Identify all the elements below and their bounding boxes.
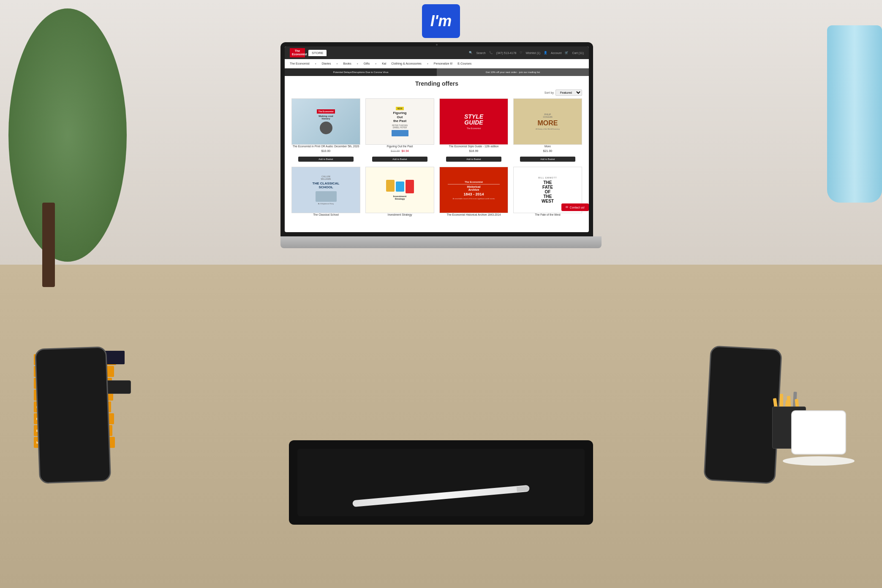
product-title-7: The Economist Historical Archive 1843-20… [439,213,508,217]
page-title: Trending offers [285,76,589,89]
product-card-3: STYLE GUIDE The Economist The Economist … [439,98,508,162]
sort-row: Sort by Featured [285,89,589,98]
contact-us-button[interactable]: ✉ Contact us! [561,203,589,211]
nav-the-economist[interactable]: The Economist [290,62,310,65]
product-title-1: The Economist in Print OR Audio: Decembe… [291,145,360,148]
coffee-mug [791,410,846,455]
sort-label: Sort by [544,91,554,94]
add-to-basket-4[interactable]: Add to Basket [520,157,575,162]
tablet-pad [289,440,593,525]
sort-dropdown[interactable]: Featured [555,89,582,96]
product-card-6: InvestmentStrategy Investment Strategy [365,167,434,218]
product-cover-7: The Economist HistoricalArchive 1843 - 2… [439,167,508,213]
product-cover-1: The Economist Making coalhistory [291,98,360,145]
banner-left[interactable]: Potential Delays/Disruptions Due to Coro… [285,68,437,76]
product-price-4: $21.00 [513,149,582,152]
nav-gifts[interactable]: Gifts [364,62,370,65]
product-card-1: The Economist Making coalhistory The Eco… [291,98,360,162]
product-title-3: The Economist Style Guide - 12th edition [439,145,508,148]
contact-icon: ✉ [566,206,568,209]
add-to-basket-1[interactable]: Add to Basket [298,157,353,162]
phone-left [35,346,118,492]
camera-dot [436,44,438,46]
coffee-saucer [783,456,855,466]
product-cover-3: STYLE GUIDE The Economist [439,98,508,145]
product-cover-5: CALLUMWILLIAMS THE CLASSICALSCHOOL An En… [291,167,360,213]
phone-icon: 📞 [489,51,493,54]
products-grid: The Economist Making coalhistory The Eco… [285,98,589,162]
account-icon: 👤 [544,51,547,54]
products-grid-row2: CALLUMWILLIAMS THE CLASSICALSCHOOL An En… [285,167,589,218]
phone-number: (347) 513-4178 [496,51,517,54]
product-card-5: CALLUMWILLIAMS THE CLASSICALSCHOOL An En… [291,167,360,218]
laptop: The Economist STORE 🔍 Search 📞 (347) 513… [280,42,602,248]
product-cover-4: PHILIPCOGGAN MORE A History of the World… [513,98,582,145]
nav-kal[interactable]: Kal [382,62,386,65]
search-label[interactable]: Search [476,51,485,54]
product-cover-6: InvestmentStrategy [365,167,434,213]
wishlist-icon: ♡ [520,51,522,54]
product-card-2: NEW FiguringOutthe Past PETER TURCHINDAN… [365,98,434,162]
product-cover-2: NEW FiguringOutthe Past PETER TURCHINDAN… [365,98,434,145]
laptop-screen: The Economist STORE 🔍 Search 📞 (347) 513… [280,42,593,236]
product-price-1: $10.00 [291,149,360,152]
banner-row: Potential Delays/Disruptions Due to Coro… [285,68,589,76]
water-bottle [827,25,882,203]
price-sale-2: $4.94 [401,149,409,152]
plant-decoration [0,0,144,295]
product-title-5: The Classical School [291,213,360,217]
nav-ecourses[interactable]: E-Courses [457,62,471,65]
product-price-2: $13.99 $4.94 [365,149,434,152]
header-actions: 🔍 Search 📞 (347) 513-4178 ♡ Wishlist (1)… [469,51,584,54]
banner-right[interactable]: Get 10% off your next order - join our m… [437,68,589,76]
product-card-7: The Economist HistoricalArchive 1843 - 2… [439,167,508,218]
price-original-2: $13.99 [391,149,400,152]
im-logo: I'm [422,4,460,38]
coffee-mug-area [791,410,855,466]
store-header: The Economist STORE 🔍 Search 📞 (347) 513… [285,46,589,59]
search-icon[interactable]: 🔍 [469,51,473,54]
product-card-4: PHILIPCOGGAN MORE A History of the World… [513,98,582,162]
nav-personalize[interactable]: Personalize It! [434,62,452,65]
product-price-3: $16.99 [439,149,508,152]
screen-inner[interactable]: The Economist STORE 🔍 Search 📞 (347) 513… [285,46,589,232]
add-to-basket-2[interactable]: Add to Basket [372,157,427,162]
product-title-6: Investment Strategy [365,213,434,217]
cart-label[interactable]: Cart (11) [572,51,584,54]
product-title-2: Figuring Out the Past [365,145,434,148]
nav-books[interactable]: Books [343,62,351,65]
wishlist-label[interactable]: Wishlist (1) [525,51,540,54]
nav-clothing[interactable]: Clothing & Accessories [391,62,422,65]
nav-diaries[interactable]: Diaries [322,62,331,65]
add-to-basket-3[interactable]: Add to Basket [446,157,501,162]
store-tab[interactable]: STORE [308,50,327,56]
economist-brand-logo: The Economist [290,48,305,58]
account-label[interactable]: Account [551,51,561,54]
laptop-base [280,236,602,248]
nav-bar: The Economist ▼ Diaries ▼ Books ▼ Gifts … [285,59,589,68]
cart-icon: 🛒 [565,51,569,54]
product-title-8: The Fate of the West [513,213,582,217]
product-title-4: More [513,145,582,148]
